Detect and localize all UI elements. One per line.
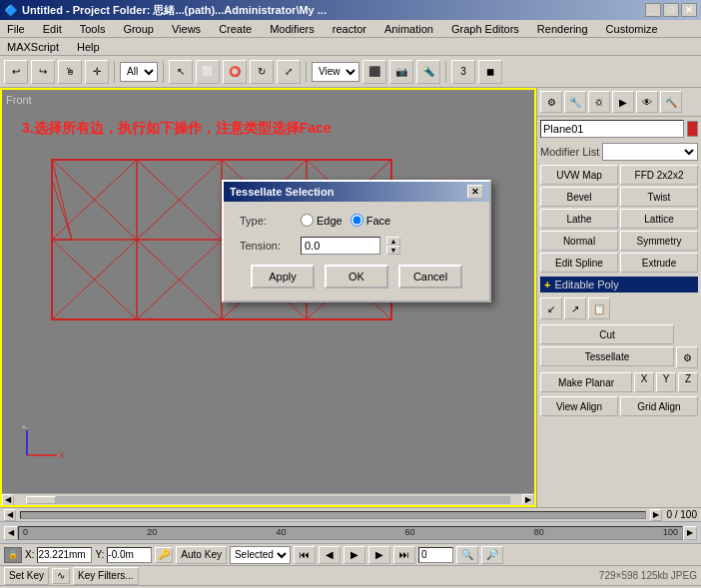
selected-dropdown[interactable]: Selected <box>230 546 291 564</box>
twist-button[interactable]: Twist <box>620 187 698 207</box>
edge-radio[interactable] <box>301 214 314 227</box>
extra-btn-1[interactable]: 3 <box>451 60 475 84</box>
edit-spline-button[interactable]: Edit Spline <box>540 253 618 273</box>
menu-tools[interactable]: Tools <box>77 22 109 36</box>
scale-button[interactable]: ⤢ <box>277 60 301 84</box>
normal-button[interactable]: Normal <box>540 231 618 251</box>
tessellate-button[interactable]: Tessellate <box>540 346 674 366</box>
view-btn-3[interactable]: 🔦 <box>416 60 440 84</box>
progress-left-button[interactable]: ◀ <box>4 509 16 521</box>
symmetry-button[interactable]: Symmetry <box>620 231 698 251</box>
h-scrollbar[interactable]: ◀ ▶ <box>2 493 534 505</box>
rp-icon-display[interactable]: 👁 <box>636 91 658 113</box>
editable-poly-header[interactable]: + Editable Poly <box>540 277 698 293</box>
select-button[interactable]: 🖱 <box>58 60 82 84</box>
apply-button[interactable]: Apply <box>251 265 315 289</box>
tension-up-button[interactable]: ▲ <box>386 237 400 246</box>
uvwmap-button[interactable]: UVW Map <box>540 165 618 185</box>
rp-icon-c[interactable]: 📋 <box>588 297 610 319</box>
object-name-input[interactable] <box>540 120 684 138</box>
lattice-button[interactable]: Lattice <box>620 209 698 229</box>
tension-down-button[interactable]: ▼ <box>386 246 400 255</box>
search-btn-2[interactable]: 🔎 <box>481 546 503 564</box>
extra-btn-2[interactable]: ◼ <box>478 60 502 84</box>
y-coord-input[interactable] <box>107 547 152 563</box>
viewport-front[interactable]: Front 3.选择所有边，执行如下操作，注意类型选择Face <box>0 88 536 507</box>
menu-help[interactable]: Help <box>74 40 103 54</box>
progress-track[interactable] <box>20 511 646 519</box>
prev-frame-button[interactable]: ⏮ <box>294 546 316 564</box>
menu-animation[interactable]: Animation <box>381 22 436 36</box>
menu-group[interactable]: Group <box>120 22 157 36</box>
bevel-button[interactable]: Bevel <box>540 187 618 207</box>
view-btn-2[interactable]: 📷 <box>389 60 413 84</box>
ffd2x2x2-button[interactable]: FFD 2x2x2 <box>620 165 698 185</box>
menu-graph-editors[interactable]: Graph Editors <box>448 22 522 36</box>
tension-input[interactable] <box>301 237 380 255</box>
play-button[interactable]: ▶ <box>344 546 365 564</box>
select-arrow-button[interactable]: ↖ <box>169 60 193 84</box>
cut-button[interactable]: Cut <box>540 324 674 344</box>
rp-icon-motion[interactable]: ▶ <box>612 91 634 113</box>
menu-file[interactable]: File <box>4 22 28 36</box>
menu-maxscript[interactable]: MAXScript <box>4 40 62 54</box>
view-select[interactable]: View <box>312 62 359 82</box>
face-radio[interactable] <box>350 214 363 227</box>
title-bar-controls[interactable]: _ □ ✕ <box>645 3 697 17</box>
menu-modifiers[interactable]: Modifiers <box>267 22 318 36</box>
timeline-right-arrow[interactable]: ▶ <box>683 526 697 540</box>
move-button[interactable]: ✛ <box>85 60 109 84</box>
x-button[interactable]: X <box>634 372 654 392</box>
rp-icon-a[interactable]: ↙ <box>540 297 562 319</box>
x-coord-input[interactable] <box>37 547 92 563</box>
redo-button[interactable]: ↪ <box>31 60 55 84</box>
search-btn-1[interactable]: 🔍 <box>456 546 478 564</box>
lock-icon[interactable]: 🔒 <box>4 547 22 563</box>
scroll-left-button[interactable]: ◀ <box>2 494 14 506</box>
extrude-button[interactable]: Extrude <box>620 253 698 273</box>
select-region-button[interactable]: ⬜ <box>196 60 220 84</box>
menu-customize[interactable]: Customize <box>603 22 661 36</box>
view-align-button[interactable]: View Align <box>540 396 618 416</box>
rotate-button[interactable]: ↻ <box>250 60 274 84</box>
rp-icon-create[interactable]: ⚙ <box>540 91 562 113</box>
timeline-track[interactable]: 0 20 40 60 80 100 <box>18 526 683 540</box>
rp-icon-modify[interactable]: 🔧 <box>564 91 586 113</box>
dialog-close-button[interactable]: ✕ <box>467 185 483 199</box>
edge-radio-label[interactable]: Edge <box>301 214 343 227</box>
menu-edit[interactable]: Edit <box>40 22 65 36</box>
grid-align-button[interactable]: Grid Align <box>620 396 698 416</box>
scroll-right-button[interactable]: ▶ <box>522 494 534 506</box>
current-frame-input[interactable] <box>418 547 453 563</box>
rp-icon-b[interactable]: ↗ <box>564 297 586 319</box>
auto-key-button[interactable]: Auto Key <box>176 546 227 564</box>
undo-button[interactable]: ↩ <box>4 60 28 84</box>
tessellate-settings-icon[interactable]: ⚙ <box>676 346 698 368</box>
menu-rendering[interactable]: Rendering <box>534 22 591 36</box>
face-radio-label[interactable]: Face <box>350 214 390 227</box>
progress-right-button[interactable]: ▶ <box>650 509 662 521</box>
next-frame-button[interactable]: ⏭ <box>393 546 415 564</box>
next-key-button[interactable]: ▶ <box>368 546 390 564</box>
prev-key-button[interactable]: ◀ <box>319 546 341 564</box>
select-circle-button[interactable]: ⭕ <box>223 60 247 84</box>
z-button[interactable]: Z <box>678 372 698 392</box>
scroll-track[interactable] <box>26 496 510 504</box>
make-planar-button[interactable]: Make Planar <box>540 372 632 392</box>
lathe-button[interactable]: Lathe <box>540 209 618 229</box>
menu-reactor[interactable]: reactor <box>330 22 369 36</box>
set-key-button[interactable]: Set Key <box>4 567 49 585</box>
ok-button[interactable]: OK <box>325 265 388 289</box>
scroll-thumb[interactable] <box>26 496 56 504</box>
rp-icon-hierarchy[interactable]: ⛭ <box>588 91 610 113</box>
y-button[interactable]: Y <box>656 372 676 392</box>
filter-select[interactable]: All <box>120 62 158 82</box>
menu-views[interactable]: Views <box>169 22 204 36</box>
menu-create[interactable]: Create <box>216 22 255 36</box>
modifier-list-dropdown[interactable] <box>602 143 698 161</box>
key-filters-button[interactable]: Key Filters... <box>73 567 139 585</box>
rp-icon-utilities[interactable]: 🔨 <box>660 91 682 113</box>
timeline-left-arrow[interactable]: ◀ <box>4 526 18 540</box>
maximize-button[interactable]: □ <box>663 3 679 17</box>
minimize-button[interactable]: _ <box>645 3 661 17</box>
